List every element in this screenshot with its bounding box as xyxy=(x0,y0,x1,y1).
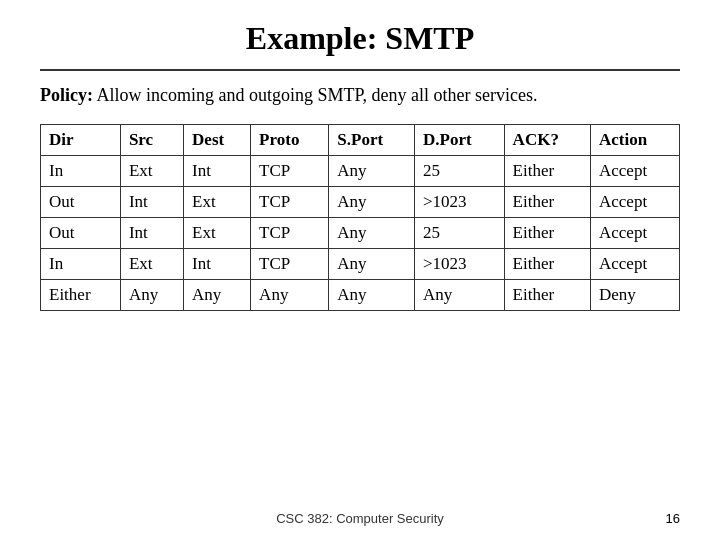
footer: CSC 382: Computer Security xyxy=(0,511,720,526)
table-cell: Either xyxy=(41,280,121,311)
table-cell: Any xyxy=(329,187,415,218)
page: Example: SMTP Policy: Allow incoming and… xyxy=(0,0,720,540)
divider xyxy=(40,69,680,71)
table-cell: Any xyxy=(415,280,505,311)
table-cell: Int xyxy=(184,156,251,187)
table-header-cell: Src xyxy=(120,125,183,156)
table-body: InExtIntTCPAny25EitherAcceptOutIntExtTCP… xyxy=(41,156,680,311)
table-cell: Either xyxy=(504,280,590,311)
table-cell: Int xyxy=(120,218,183,249)
table-cell: Ext xyxy=(120,249,183,280)
table-header-cell: Proto xyxy=(251,125,329,156)
firewall-table: DirSrcDestProtoS.PortD.PortACK?Action In… xyxy=(40,124,680,311)
table-cell: Ext xyxy=(120,156,183,187)
table-cell: Any xyxy=(329,280,415,311)
table-cell: Any xyxy=(329,218,415,249)
table-cell: Accept xyxy=(590,187,679,218)
table-header-row: DirSrcDestProtoS.PortD.PortACK?Action xyxy=(41,125,680,156)
policy-body: Allow incoming and outgoing SMTP, deny a… xyxy=(93,85,537,105)
table-cell: Ext xyxy=(184,218,251,249)
table-cell: Int xyxy=(120,187,183,218)
table-cell: Accept xyxy=(590,218,679,249)
table-cell: Ext xyxy=(184,187,251,218)
table-row: EitherAnyAnyAnyAnyAnyEitherDeny xyxy=(41,280,680,311)
table-cell: Int xyxy=(184,249,251,280)
table-cell: Out xyxy=(41,218,121,249)
table-row: OutIntExtTCPAny25EitherAccept xyxy=(41,218,680,249)
table-cell: Out xyxy=(41,187,121,218)
table-cell: >1023 xyxy=(415,187,505,218)
table-header-cell: Dir xyxy=(41,125,121,156)
table-row: OutIntExtTCPAny>1023EitherAccept xyxy=(41,187,680,218)
table-header-cell: Dest xyxy=(184,125,251,156)
footer-page-number: 16 xyxy=(666,511,680,526)
table-cell: 25 xyxy=(415,156,505,187)
table-header-cell: D.Port xyxy=(415,125,505,156)
table-cell: Deny xyxy=(590,280,679,311)
table-row: InExtIntTCPAny>1023EitherAccept xyxy=(41,249,680,280)
table-cell: Either xyxy=(504,218,590,249)
table-cell: Any xyxy=(120,280,183,311)
table-cell: Accept xyxy=(590,156,679,187)
policy-label: Policy: xyxy=(40,85,93,105)
table-cell: TCP xyxy=(251,187,329,218)
table-cell: >1023 xyxy=(415,249,505,280)
page-title: Example: SMTP xyxy=(40,20,680,57)
table-cell: In xyxy=(41,249,121,280)
table-cell: TCP xyxy=(251,218,329,249)
footer-course: CSC 382: Computer Security xyxy=(276,511,444,526)
table-cell: Accept xyxy=(590,249,679,280)
table-cell: 25 xyxy=(415,218,505,249)
table-header-cell: ACK? xyxy=(504,125,590,156)
table-header-cell: S.Port xyxy=(329,125,415,156)
table-cell: Any xyxy=(329,156,415,187)
table-cell: TCP xyxy=(251,156,329,187)
table-cell: Either xyxy=(504,249,590,280)
table-cell: Any xyxy=(251,280,329,311)
table-cell: In xyxy=(41,156,121,187)
table-cell: Any xyxy=(184,280,251,311)
table-cell: Either xyxy=(504,187,590,218)
table-cell: Either xyxy=(504,156,590,187)
table-row: InExtIntTCPAny25EitherAccept xyxy=(41,156,680,187)
policy-text: Policy: Allow incoming and outgoing SMTP… xyxy=(40,83,680,108)
table-header-cell: Action xyxy=(590,125,679,156)
table-cell: TCP xyxy=(251,249,329,280)
table-cell: Any xyxy=(329,249,415,280)
